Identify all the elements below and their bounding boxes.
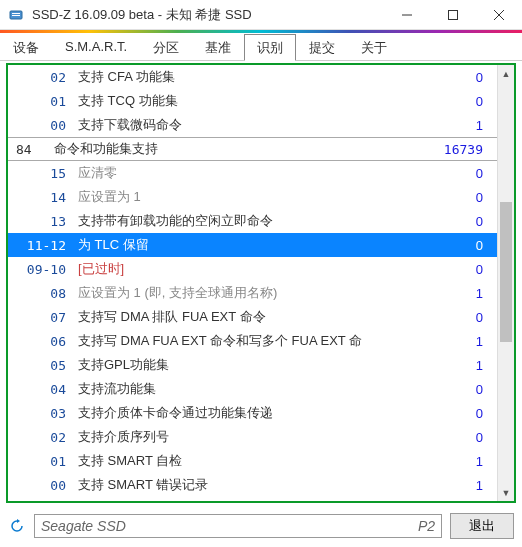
row-code: 02 — [14, 430, 78, 445]
row-value: 16739 — [431, 142, 491, 157]
row-code: 03 — [14, 406, 78, 421]
refresh-icon[interactable] — [8, 517, 26, 535]
scroll-thumb[interactable] — [500, 202, 512, 342]
tab-6[interactable]: 关于 — [348, 34, 400, 61]
svg-rect-1 — [12, 13, 20, 14]
row-desc: 应设置为 1 — [78, 188, 431, 206]
row-code: 00 — [14, 118, 78, 133]
row-code: 01 — [14, 454, 78, 469]
row-desc: 应设置为 1 (即, 支持全球通用名称) — [78, 284, 431, 302]
row-desc: 支持介质体卡命令通过功能集传递 — [78, 404, 431, 422]
exit-button[interactable]: 退出 — [450, 513, 514, 539]
row-code: 00 — [14, 478, 78, 493]
row-desc: 支持流功能集 — [78, 380, 431, 398]
row-desc: 命令和功能集支持 — [54, 140, 431, 158]
row-desc: 支持写 DMA FUA EXT 命令和写多个 FUA EXT 命 — [78, 332, 431, 350]
row-value: 1 — [431, 118, 491, 133]
tab-5[interactable]: 提交 — [296, 34, 348, 61]
row-desc: 支持 TCQ 功能集 — [78, 92, 431, 110]
row-value: 1 — [431, 286, 491, 301]
titlebar: SSD-Z 16.09.09 beta - 未知 希捷 SSD — [0, 0, 522, 30]
row-code: 06 — [14, 334, 78, 349]
scroll-down-button[interactable]: ▼ — [498, 484, 514, 501]
row-desc: 支持 SMART 错误记录 — [78, 476, 431, 494]
list-row[interactable]: 05支持GPL功能集1 — [8, 353, 497, 377]
content-panel: 02支持 CFA 功能集001支持 TCQ 功能集000支持下载微码命令184命… — [6, 63, 516, 503]
list-row[interactable]: 01支持 TCQ 功能集0 — [8, 89, 497, 113]
svg-rect-4 — [449, 10, 458, 19]
row-desc: 支持 SMART 自检 — [78, 452, 431, 470]
list-row[interactable]: 03支持介质体卡命令通过功能集传递0 — [8, 401, 497, 425]
statusbar: Seagate SSD P2 退出 — [0, 509, 522, 547]
row-value: 0 — [431, 94, 491, 109]
row-value: 1 — [431, 334, 491, 349]
row-value: 0 — [431, 310, 491, 325]
row-desc: [已过时] — [78, 260, 431, 278]
row-value: 1 — [431, 478, 491, 493]
maximize-button[interactable] — [430, 0, 476, 30]
tab-2[interactable]: 分区 — [140, 34, 192, 61]
list-area[interactable]: 02支持 CFA 功能集001支持 TCQ 功能集000支持下载微码命令184命… — [8, 65, 497, 501]
row-value: 1 — [431, 358, 491, 373]
row-value: 1 — [431, 454, 491, 469]
row-code: 02 — [14, 70, 78, 85]
list-row[interactable]: 07支持写 DMA 排队 FUA EXT 命令0 — [8, 305, 497, 329]
row-value: 0 — [431, 190, 491, 205]
scrollbar[interactable]: ▲ ▼ — [497, 65, 514, 501]
row-value: 0 — [431, 430, 491, 445]
row-desc: 应清零 — [78, 164, 431, 182]
list-row[interactable]: 00支持 SMART 错误记录1 — [8, 473, 497, 497]
row-desc: 支持下载微码命令 — [78, 116, 431, 134]
list-row[interactable]: 02支持介质序列号0 — [8, 425, 497, 449]
tab-3[interactable]: 基准 — [192, 34, 244, 61]
list-row[interactable]: 14应设置为 10 — [8, 185, 497, 209]
row-desc: 支持介质序列号 — [78, 428, 431, 446]
list-row[interactable]: 06支持写 DMA FUA EXT 命令和写多个 FUA EXT 命1 — [8, 329, 497, 353]
row-desc: 支持带有卸载功能的空闲立即命令 — [78, 212, 431, 230]
svg-rect-2 — [12, 15, 20, 16]
row-desc: 支持 CFA 功能集 — [78, 68, 431, 86]
row-code: 04 — [14, 382, 78, 397]
row-value: 0 — [431, 262, 491, 277]
tab-0[interactable]: 设备 — [0, 34, 52, 61]
list-row[interactable]: 04支持流功能集0 — [8, 377, 497, 401]
list-row[interactable]: 09-10[已过时]0 — [8, 257, 497, 281]
row-value: 0 — [431, 166, 491, 181]
list-row[interactable]: 13支持带有卸载功能的空闲立即命令0 — [8, 209, 497, 233]
row-desc: 支持GPL功能集 — [78, 356, 431, 374]
list-row[interactable]: 02支持 CFA 功能集0 — [8, 65, 497, 89]
minimize-button[interactable] — [384, 0, 430, 30]
tab-bar: 设备S.M.A.R.T.分区基准识别提交关于 — [0, 33, 522, 61]
list-row[interactable]: 00支持下载微码命令1 — [8, 113, 497, 137]
row-code: 14 — [14, 190, 78, 205]
scroll-up-button[interactable]: ▲ — [498, 65, 514, 82]
row-code: 05 — [14, 358, 78, 373]
window-title: SSD-Z 16.09.09 beta - 未知 希捷 SSD — [32, 6, 384, 24]
row-code: 01 — [14, 94, 78, 109]
row-code: 08 — [14, 286, 78, 301]
row-code: 84 — [14, 142, 54, 157]
page-indicator: P2 — [418, 518, 435, 534]
row-code: 15 — [14, 166, 78, 181]
device-name: Seagate SSD — [41, 518, 126, 534]
row-code: 09-10 — [14, 262, 78, 277]
section-header[interactable]: 84命令和功能集支持16739 — [8, 137, 497, 161]
list-row[interactable]: 01支持 SMART 自检1 — [8, 449, 497, 473]
row-value: 0 — [431, 238, 491, 253]
scroll-track[interactable] — [498, 82, 514, 484]
list-row[interactable]: 08应设置为 1 (即, 支持全球通用名称)1 — [8, 281, 497, 305]
row-value: 0 — [431, 214, 491, 229]
list-row[interactable]: 15应清零0 — [8, 161, 497, 185]
tab-1[interactable]: S.M.A.R.T. — [52, 34, 140, 61]
close-button[interactable] — [476, 0, 522, 30]
row-value: 0 — [431, 70, 491, 85]
row-desc: 为 TLC 保留 — [78, 236, 431, 254]
list-row[interactable]: 11-12为 TLC 保留0 — [8, 233, 497, 257]
row-code: 13 — [14, 214, 78, 229]
row-code: 07 — [14, 310, 78, 325]
tab-4[interactable]: 识别 — [244, 34, 296, 61]
row-desc: 支持写 DMA 排队 FUA EXT 命令 — [78, 308, 431, 326]
device-selector[interactable]: Seagate SSD P2 — [34, 514, 442, 538]
row-value: 0 — [431, 382, 491, 397]
row-code: 11-12 — [14, 238, 78, 253]
